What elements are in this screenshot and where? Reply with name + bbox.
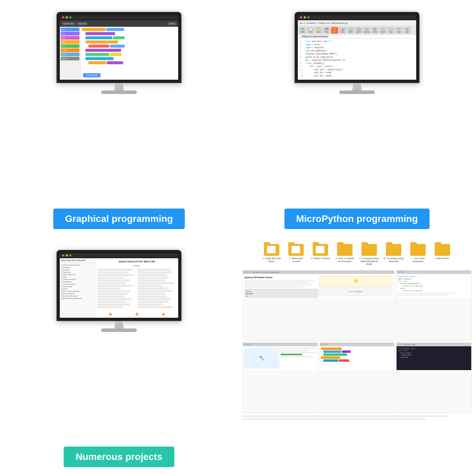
folder-icon-1 xyxy=(264,244,279,256)
tool-tidy[interactable]: ✨ Tidy xyxy=(387,27,394,34)
download-button[interactable]: ⬇ Download xyxy=(83,73,101,77)
screenshot-pir-doc: PIR Motion Sensor Documentation (2)About… xyxy=(242,270,394,341)
folder-icon-4 xyxy=(337,244,353,256)
python-toolbar: ☰ Mode 📄 New 📂 Load xyxy=(298,26,416,35)
sidebar-operator[interactable]: Math xyxy=(61,44,79,48)
ss-dot-7 xyxy=(244,344,245,345)
code-block-7 xyxy=(88,45,109,48)
tutorial-content: Smart Home Kit for Micro:bit [Python] xyxy=(95,258,178,318)
cell-graphical: MakeCode micro:bit Share Input Music Loo… xyxy=(0,0,238,238)
folder-5[interactable]: 5. Troubleshooting MAINTENANCE Mode xyxy=(359,244,380,266)
folder-icon-5 xyxy=(361,244,377,256)
tool-mode[interactable]: ☰ Mode xyxy=(299,27,306,34)
folder-icon-2 xyxy=(288,244,304,256)
tool-new[interactable]: 📄 New xyxy=(307,27,314,34)
sidebar-events[interactable]: Logic xyxy=(61,40,79,44)
screenshot-example-code: Example code: from microbit import * whi… xyxy=(396,342,472,413)
scratch-toolbar: MakeCode micro:bit Share xyxy=(60,20,178,27)
dot-red-graphical xyxy=(62,16,64,18)
folder-8[interactable]: Android APK xyxy=(432,244,453,266)
ss-dot-3 xyxy=(249,271,250,273)
code-block-2 xyxy=(106,28,124,31)
tutorial-toc: Smart Home Kit for Micro:bit Smart Home … xyxy=(60,258,95,318)
tutorial-col-right xyxy=(138,269,176,311)
folder-label-6: 6. Troubleshooting MU/USB xyxy=(383,257,404,263)
graphical-label: Graphical programming xyxy=(65,213,173,224)
folder-7[interactable]: 7. Cool Term Download xyxy=(408,244,428,266)
folder-6[interactable]: 6. Troubleshooting MU/USB xyxy=(383,244,404,266)
python-code-area[interactable]: 1from microbit import * 2import music 3i… xyxy=(298,39,416,77)
tool-load[interactable]: 📂 Load xyxy=(315,27,322,34)
dot-yellow-graphical xyxy=(66,16,68,18)
cell-resources: 1. Install Micro:bit Driver 2. Makecode … xyxy=(238,238,476,476)
ss-header-3 xyxy=(243,343,317,346)
monitor-bezel-projects: Smart Home Kit for Micro:bit Smart Home … xyxy=(57,251,181,320)
sidebar-advanced[interactable]: Advanced xyxy=(61,57,79,60)
folder-3[interactable]: 3. Python Tutorial xyxy=(310,244,331,266)
block-3 xyxy=(342,350,351,353)
block-6 xyxy=(323,359,338,362)
ss-title-1: PIR Motion Sensor Documentation xyxy=(252,271,280,273)
tool-theme[interactable]: 🎨 Theme xyxy=(371,27,378,34)
sidebar-motion[interactable]: Input xyxy=(61,28,79,31)
monitor-wrapper-graphical: MakeCode micro:bit Share Input Music Loo… xyxy=(9,12,229,203)
ss-body-2: from microbit import * import neopixel w… xyxy=(397,274,471,298)
screenshots-grid: PIR Motion Sensor Documentation (2)About… xyxy=(242,270,472,413)
folder-label-4: 4. How to Update the Firmware xyxy=(334,257,355,263)
monitor-bar-projects xyxy=(60,253,178,257)
scratch-btn-share[interactable]: Share xyxy=(167,22,176,25)
tool-flash[interactable]: ⚡ Flash xyxy=(331,27,338,34)
tool-zoom-out[interactable]: 🔍- Zoom-out xyxy=(363,27,370,34)
sidebar-sound[interactable]: Loops xyxy=(61,36,79,40)
projects-label: Numerous projects xyxy=(76,451,162,462)
python-title: Mu 1.1.0.beta.2 - Project 14: multi-func… xyxy=(300,22,347,24)
code-block-14 xyxy=(107,61,123,64)
folder-label-7: 7. Cool Term Download xyxy=(408,257,428,263)
tutorial-subtitle: [Python] xyxy=(97,265,176,267)
code-block-10 xyxy=(85,53,109,56)
ss-dot-10 xyxy=(321,344,322,345)
tool-files[interactable]: 🗂 Files xyxy=(339,27,346,34)
dot-red-python xyxy=(300,16,302,18)
code-block-8 xyxy=(110,45,125,48)
projects-badge: Numerous projects xyxy=(64,447,174,467)
tool-save[interactable]: 💾 Save xyxy=(323,27,330,34)
ss-dot-1 xyxy=(244,271,245,273)
folder-label-2: 2. Makecode Tutorial xyxy=(286,257,306,263)
dot-green-graphical xyxy=(69,16,71,18)
tool-zoom-in[interactable]: 🔍+ Zoom-in xyxy=(355,27,362,34)
folder-2[interactable]: 2. Makecode Tutorial xyxy=(286,244,306,266)
ss-dot-4 xyxy=(398,271,399,273)
ss-dot-13 xyxy=(398,344,399,345)
folder-icon-3 xyxy=(313,244,328,256)
scratch-btn-2[interactable]: micro:bit xyxy=(76,22,88,25)
ss-body-4 xyxy=(320,346,394,370)
screenshot-blocks xyxy=(320,342,395,413)
scratch-btn-1[interactable]: MakeCode xyxy=(62,22,75,25)
main-grid: MakeCode micro:bit Share Input Music Loo… xyxy=(0,0,476,476)
dot-yellow-python xyxy=(304,16,306,18)
python-badge: MicroPython programming xyxy=(284,209,430,229)
dot-red-projects xyxy=(62,254,64,256)
resource-folders: 1. Install Micro:bit Driver 2. Makecode … xyxy=(261,244,453,266)
tool-quit[interactable]: ✕ Quit xyxy=(403,27,411,34)
sidebar-sensing[interactable]: Arrays xyxy=(61,53,79,56)
tool-help[interactable]: ? Help xyxy=(395,27,403,34)
block-1 xyxy=(321,347,342,350)
tool-repl[interactable]: >_ REPL xyxy=(347,27,354,34)
scratch-canvas[interactable]: ⬇ Download xyxy=(81,27,178,80)
tool-check[interactable]: ✓ Check xyxy=(379,27,386,34)
folder-1[interactable]: 1. Install Micro:bit Driver xyxy=(261,244,282,266)
ss-text-col: (2)About PIR Motion Sensor: Working DC 4… xyxy=(245,276,318,298)
sidebar-looks[interactable]: Music xyxy=(61,32,79,35)
file-tab[interactable]: Project 14: multi-function.py xyxy=(300,35,329,38)
monitor-bar-python xyxy=(298,15,416,19)
block-2 xyxy=(323,350,341,353)
folder-4[interactable]: 4. How to Update the Firmware xyxy=(334,244,355,266)
graphical-badge: Graphical programming xyxy=(53,209,185,229)
sidebar-variables[interactable]: Variables xyxy=(61,48,79,52)
ss-dot-5 xyxy=(400,271,402,273)
code-block-12 xyxy=(85,57,114,60)
ss-header-2 xyxy=(397,270,471,274)
monitor-base-graphical xyxy=(101,90,137,94)
